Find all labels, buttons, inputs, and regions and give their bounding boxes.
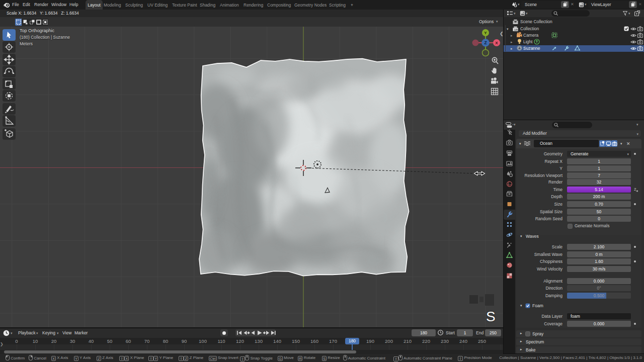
svg-text:❮: ❮ [500, 31, 503, 37]
svg-text:Z: Z [484, 40, 487, 45]
svg-text:Y: Y [484, 31, 487, 35]
svg-text:X: X [495, 41, 498, 45]
